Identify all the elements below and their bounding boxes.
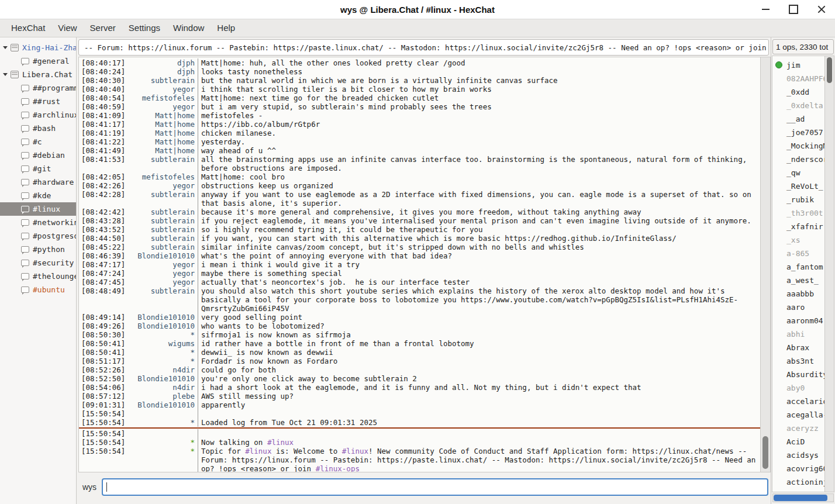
userlist-item[interactable]: _0xdd (772, 85, 824, 99)
userlist-item[interactable]: Abrax (772, 341, 824, 354)
userlist-item[interactable]: AciD (772, 435, 824, 448)
userlist-nick: a_west_ (786, 276, 819, 285)
userlist-item[interactable]: a_fantom (772, 260, 824, 274)
chat-message: could go for both (198, 365, 759, 374)
chat-message (198, 429, 759, 438)
sidebar-item-networking[interactable]: #networking (0, 216, 76, 229)
sidebar-item-Xing-Hai-Zhan[interactable]: Xing-Hai-Zhan (0, 41, 76, 54)
userlist-item[interactable]: acegalla- (772, 408, 824, 422)
userlist-item[interactable]: _th3r00t (772, 206, 824, 220)
main-area: Xing-Hai-Zhan#generalLibera.Chat##progra… (0, 37, 835, 504)
userlist-item[interactable]: accelario (772, 395, 824, 408)
chat-message: i had a short look at the eaglemode, and… (198, 383, 759, 392)
sidebar-item-thelounge[interactable]: #thelounge (0, 270, 76, 283)
sidebar-item-kde[interactable]: #kde (0, 189, 76, 202)
userlist-item[interactable]: acidsys (772, 448, 824, 462)
userlist-item[interactable]: aaabbb (772, 287, 824, 301)
userlist-scrollbar-thumb[interactable] (827, 57, 832, 83)
chat-timestamp: [08:42:42] (81, 208, 125, 216)
topic-bar[interactable]: -- Forum: https://linux.forum -- Pastebi… (78, 39, 769, 56)
menu-view[interactable]: View (51, 20, 83, 36)
userlist-item[interactable]: acovrig60 (772, 462, 824, 475)
menu-help[interactable]: Help (211, 20, 241, 36)
chat-row: [08:41:49]Matt|homeway ahead of u ^^ (79, 146, 760, 155)
sidebar-item-postgresql[interactable]: #postgresql (0, 229, 76, 243)
chat-timestamp: [15:50:54] (81, 409, 125, 418)
sidebar-item-c[interactable]: #c (0, 135, 76, 149)
chat-message: anyway if you want to use eaglemode as a… (198, 190, 759, 208)
message-input[interactable] (107, 482, 764, 492)
userlist-scrollbar[interactable] (825, 56, 834, 492)
chat-nick: * (190, 418, 195, 427)
userlist-item[interactable]: _ReVoLt_ (772, 179, 824, 193)
chat-row-meta: [08:41:49]Matt|home (79, 146, 198, 155)
userlist-hscrollbar-thumb[interactable] (774, 495, 827, 501)
userlist-item[interactable]: jim (772, 58, 824, 72)
userlist-item[interactable]: __ad (772, 112, 824, 126)
userlist-item[interactable]: _xs (772, 233, 824, 247)
userlist-item[interactable]: _nderscor (772, 153, 824, 166)
chat-scrollbar[interactable] (761, 57, 771, 472)
sidebar-item-label: ##rust (33, 97, 60, 106)
chat-row-meta: [08:41:19]Matt|home (79, 129, 198, 137)
userlist-item[interactable]: _joe7057 (772, 126, 824, 139)
sidebar-item-debian[interactable]: #debian (0, 149, 76, 162)
sidebar-item-security[interactable]: #security (0, 256, 76, 270)
userlist-item[interactable]: aaronm04 (772, 314, 824, 327)
maximize-button[interactable] (786, 2, 801, 17)
userlist-item[interactable]: abs3nt (772, 354, 824, 368)
minimize-button[interactable] (758, 2, 773, 17)
chat-scrollbar-thumb[interactable] (762, 436, 768, 469)
sidebar-item-ubuntu[interactable]: #ubuntu (0, 283, 76, 296)
userlist-item[interactable]: _xfafnir (772, 220, 824, 233)
chat-row: [08:41:19]Matt|homechicken milanese. (79, 129, 760, 137)
userlist-item[interactable]: _rubik (772, 193, 824, 206)
userlist-nick: _ReVoLt_ (786, 182, 823, 191)
sidebar-item-Libera.Chat[interactable]: Libera.Chat (0, 68, 76, 81)
sidebar-item-archlinux[interactable]: #archlinux (0, 108, 76, 122)
sidebar-item-python[interactable]: #python (0, 243, 76, 256)
userlist-item[interactable]: Absurdity (772, 368, 824, 381)
sidebar-item-hardware[interactable]: #hardware (0, 175, 76, 189)
chat-row-meta: [08:40:54]mefistofeles (79, 94, 198, 102)
userlist-item[interactable]: _0xdelta (772, 99, 824, 112)
sidebar-item-programmi[interactable]: ##programmi (0, 81, 76, 95)
chat-nick: yegor (172, 85, 195, 94)
userlist-hscrollbar[interactable] (772, 493, 834, 502)
userlist-nick: aaronm04 (786, 316, 823, 325)
userlist-item[interactable]: a-865 (772, 247, 824, 260)
message-input-box[interactable] (102, 478, 768, 496)
chat-message: looks tasty nonetheless (198, 67, 759, 76)
sidebar-item-general[interactable]: #general (0, 54, 76, 68)
menu-window[interactable]: Window (167, 20, 211, 36)
menu-server[interactable]: Server (84, 20, 122, 36)
sidebar-item-label: #general (33, 57, 70, 65)
userlist-item[interactable]: a_west_ (772, 274, 824, 287)
close-button[interactable] (814, 2, 829, 17)
userlist-item[interactable]: aby0 (772, 381, 824, 395)
menu-hexchat[interactable]: HexChat (5, 20, 51, 36)
sidebar-item-rust[interactable]: ##rust (0, 95, 76, 108)
sidebar-item-git[interactable]: #git (0, 162, 76, 175)
userlist-item[interactable]: _MockingM (772, 139, 824, 153)
userlist-item[interactable]: abhi (772, 327, 824, 341)
sidebar-item-bash[interactable]: #bash (0, 122, 76, 135)
userlist-item[interactable]: aceryzz (772, 422, 824, 435)
userlist-nick: _0xdelta (786, 101, 823, 110)
chat-timestamp: [08:48:49] (81, 286, 125, 313)
chat-row-meta: [15:50:54] (79, 429, 198, 438)
userlist-item[interactable]: actioninj (772, 475, 824, 489)
chat-row: [08:49:14]Blondie101010very good selling… (79, 313, 760, 322)
chat-row: [08:42:05]mefistofelesMatt|home: cool br… (79, 172, 760, 181)
expander-icon[interactable] (3, 46, 8, 49)
menu-settings[interactable]: Settings (122, 20, 167, 36)
expander-icon[interactable] (3, 73, 8, 76)
userlist-item[interactable]: _qw (772, 166, 824, 179)
chat-row: [08:50:41]wigumsid rather have a bottle … (79, 339, 760, 348)
userlist-nick: aaro (786, 303, 805, 312)
chat-timestamp: [08:47:17] (81, 260, 125, 269)
userlist-item[interactable]: 082AAHPF6 (772, 72, 824, 85)
userlist-item[interactable]: aaro (772, 301, 824, 314)
chat-message: you should also watch this short youtube… (198, 286, 759, 313)
sidebar-item-linux[interactable]: #linux (0, 202, 76, 216)
